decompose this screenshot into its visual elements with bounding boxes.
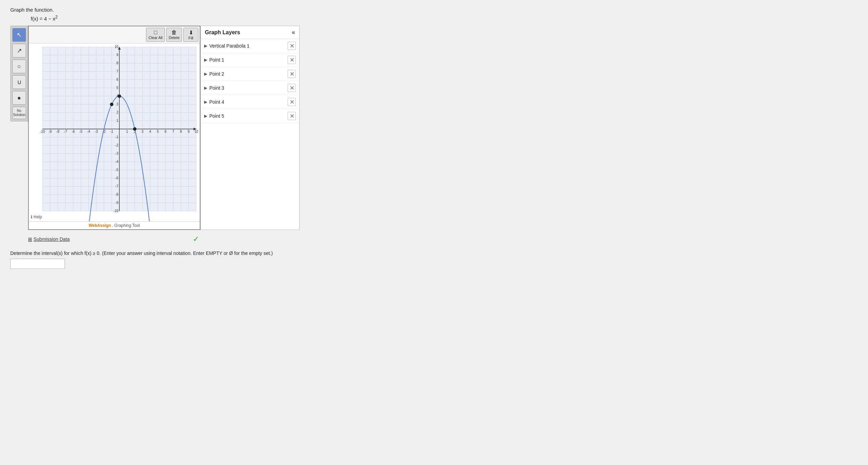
tool-line[interactable]: ↗ [12, 44, 26, 57]
clear-all-button[interactable]: □ Clear All [146, 28, 165, 42]
help-button[interactable]: ℹ Help [31, 215, 42, 219]
layers-collapse-button[interactable]: « [292, 29, 295, 36]
below-graph-area: ⊞ Submission Data ✓ [28, 233, 199, 244]
layer-name-pt4: Point 4 [209, 99, 286, 105]
help-label: Help [34, 215, 42, 219]
layer-close-pt2[interactable]: ✕ [288, 70, 296, 78]
layer-row-pt4: ▶ Point 4 ✕ [201, 95, 299, 109]
layer-expand-pt2[interactable]: ▶ [204, 72, 207, 76]
layer-close-vp1[interactable]: ✕ [288, 42, 296, 50]
graph-canvas[interactable] [29, 43, 200, 221]
clear-all-icon: □ [154, 29, 157, 36]
function-fx: f(x) = 4 − x [31, 16, 55, 22]
tool-point[interactable]: ● [12, 91, 26, 105]
layer-name-vp1: Vertical Parabola 1 [209, 43, 286, 49]
help-icon: ℹ [31, 215, 32, 219]
page-instruction: Graph the function. [10, 7, 858, 13]
graph-footer: WebAssign . Graphing Tool [29, 221, 200, 229]
tool-circle[interactable]: ○ [12, 60, 26, 73]
question-text: Determine the interval(s) for which f(x)… [10, 250, 858, 256]
toolbar: ↖ ↗ ○ ∪ ● NoSolution [10, 26, 28, 121]
delete-label: Delete [169, 36, 180, 40]
graphing-tool-label: . Graphing Tool [112, 223, 140, 228]
tool-curve[interactable]: ∪ [12, 75, 26, 89]
layer-close-pt3[interactable]: ✕ [288, 84, 296, 92]
layers-list: ▶ Vertical Parabola 1 ✕ ▶ Point 1 ✕ ▶ Po… [201, 39, 299, 123]
layer-expand-pt3[interactable]: ▶ [204, 86, 207, 90]
submission-data-link[interactable]: ⊞ Submission Data [28, 236, 70, 242]
submission-expand-icon: ⊞ [28, 236, 32, 242]
layer-row-pt1: ▶ Point 1 ✕ [201, 53, 299, 67]
fill-label: Fill [188, 36, 193, 40]
tool-no-solution[interactable]: NoSolution [12, 107, 26, 119]
layer-name-pt3: Point 3 [209, 85, 286, 91]
layer-expand-vp1[interactable]: ▶ [204, 43, 207, 48]
main-area: ↖ ↗ ○ ∪ ● NoSolution □ Clear All 🗑 Delet… [10, 26, 858, 244]
layer-close-pt1[interactable]: ✕ [288, 56, 296, 64]
layer-expand-pt1[interactable]: ▶ [204, 57, 207, 62]
layer-name-pt2: Point 2 [209, 71, 286, 77]
layers-panel: Graph Layers « ▶ Vertical Parabola 1 ✕ ▶… [200, 26, 300, 230]
delete-button[interactable]: 🗑 Delete [166, 28, 182, 42]
delete-icon: 🗑 [171, 29, 177, 36]
layer-name-pt1: Point 1 [209, 57, 286, 63]
fill-button[interactable]: ⬇ Fill [183, 28, 198, 42]
layer-row-pt5: ▶ Point 5 ✕ [201, 109, 299, 123]
webassign-brand: WebAssign [89, 223, 111, 228]
layers-title: Graph Layers [205, 29, 240, 36]
function-label: f(x) = 4 − x2 [31, 15, 858, 22]
layer-row-pt3: ▶ Point 3 ✕ [201, 81, 299, 95]
graph-top-bar: □ Clear All 🗑 Delete ⬇ Fill [29, 26, 200, 43]
layer-expand-pt5[interactable]: ▶ [204, 114, 207, 118]
layer-row-pt2: ▶ Point 2 ✕ [201, 67, 299, 81]
fill-icon: ⬇ [189, 29, 193, 36]
layer-expand-pt4[interactable]: ▶ [204, 100, 207, 104]
layers-header: Graph Layers « [201, 26, 299, 39]
graph-wrapper: □ Clear All 🗑 Delete ⬇ Fill [28, 26, 200, 230]
tool-arrow[interactable]: ↖ [12, 28, 26, 42]
layer-name-pt5: Point 5 [209, 113, 286, 119]
submission-data-label: Submission Data [34, 236, 70, 242]
question-area: Determine the interval(s) for which f(x)… [10, 250, 858, 269]
answer-input[interactable] [10, 259, 65, 269]
layer-row-vp1: ▶ Vertical Parabola 1 ✕ [201, 39, 299, 53]
layer-close-pt5[interactable]: ✕ [288, 112, 296, 120]
checkmark-icon: ✓ [193, 235, 199, 244]
clear-all-label: Clear All [148, 36, 162, 40]
function-exponent: 2 [55, 15, 58, 20]
layer-close-pt4[interactable]: ✕ [288, 98, 296, 106]
